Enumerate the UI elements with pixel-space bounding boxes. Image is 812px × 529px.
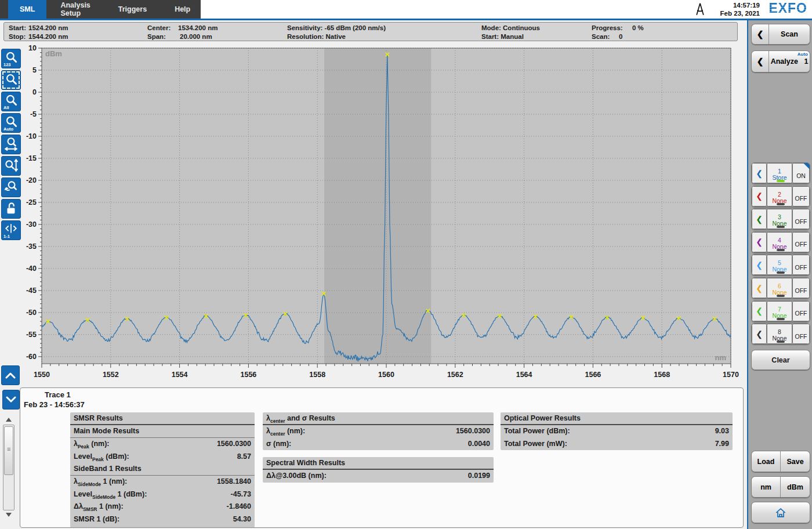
save-button[interactable]: Save [781, 451, 810, 472]
trace-state-label: OFF [793, 331, 809, 340]
tab-analysis-setup[interactable]: Analysis Setup [46, 0, 104, 19]
zoom-numeric-button[interactable]: 123 [1, 49, 21, 68]
x-tick-labels: 1550155215541556155815601562156415661568… [34, 371, 739, 379]
results-table-header: Spectral Width Results [263, 457, 494, 470]
y-tick-label: -15 [26, 154, 37, 162]
trace-4-options-button[interactable]: ❮ [752, 232, 767, 252]
stop-label: Stop: [9, 33, 26, 40]
y-tick-label: 10 [28, 44, 37, 52]
y-tick-label: -50 [26, 309, 37, 317]
zoom-horizontal-button[interactable] [1, 135, 21, 154]
results-scroll-up-icon[interactable] [6, 418, 12, 422]
trace-7-row: ❮7NoneOFF [751, 300, 810, 322]
trace-8-options-button[interactable]: ❮ [752, 324, 767, 344]
analyze-button[interactable]: Auto Analyze 1 [769, 51, 810, 72]
results-scroll-down-icon[interactable] [6, 513, 12, 517]
result-row: ΔλSMSR 1 (nm):-1.8460 [70, 501, 255, 513]
results-panel: Trace 1 Feb 23 - 14:56:37 SMSR ResultsMa… [20, 387, 744, 528]
result-value: 8.57 [237, 452, 251, 462]
trace-7-onoff-button[interactable]: OFF [792, 301, 810, 321]
results-subheader: SideBand 1 Results [70, 463, 255, 476]
x-tick-label: 1558 [309, 371, 325, 379]
trace-6-onoff-button[interactable]: OFF [792, 278, 810, 298]
trace-3-onoff-button[interactable]: OFF [792, 209, 810, 229]
result-label: λSideMode 1 (nm): [74, 477, 127, 487]
trace-state-led [777, 203, 785, 205]
result-row: SMSR 1 (dB):54.30 [70, 513, 255, 526]
result-row: LevelSideMode 1 (dBm):-45.73 [70, 488, 255, 501]
y-tick-label: -25 [26, 198, 37, 206]
x-tick-label: 1552 [103, 371, 119, 379]
result-value: 0.0040 [468, 440, 490, 449]
clock-time: 14:57:19 [720, 1, 760, 9]
active-trace-corner-badge [803, 163, 810, 169]
zoom-auto-button[interactable]: Auto [1, 113, 21, 133]
spectrum-plot[interactable]: 1550155215541556155815601562156415661568… [22, 41, 746, 389]
span-value: 20.000 nm [180, 33, 212, 40]
analyze-number: 1 [804, 57, 808, 66]
analyze-options-button[interactable]: ❮ [752, 51, 769, 72]
zoom-undo-button[interactable] [1, 177, 21, 197]
markers-button[interactable]: 1-1 [1, 220, 21, 240]
trace-1-options-button[interactable]: ❮ [752, 163, 767, 183]
trace-4-row: ❮4NoneOFF [751, 231, 810, 253]
x-unit-button[interactable]: nm [752, 477, 781, 497]
trace-7-options-button[interactable]: ❮ [752, 301, 767, 321]
result-value: -45.73 [231, 490, 251, 499]
span-label: Span: [147, 33, 166, 40]
trace-state-led [777, 271, 785, 274]
scan-options-button[interactable]: ❮ [752, 24, 769, 44]
result-value: 1560.0300 [456, 427, 490, 436]
zoom-horizontal-icon [3, 136, 19, 151]
toolbar-button-sublabel: 123 [3, 62, 11, 67]
trace-3-options-button[interactable]: ❮ [752, 209, 767, 229]
x-tick-label: 1566 [585, 371, 601, 379]
result-value: 1558.1840 [217, 477, 251, 487]
trace-1-row: ❮1StoreON [751, 162, 810, 184]
result-label: SMSR 1 (dB): [74, 515, 119, 524]
result-value: -1.8460 [227, 502, 251, 512]
spectrum-chart[interactable]: 1550155215541556155815601562156415661568… [22, 41, 746, 389]
x-tick-label: 1556 [240, 371, 256, 379]
lock-open-button[interactable] [1, 199, 21, 219]
results-collapse-button[interactable] [2, 390, 20, 410]
trace-state-label: ON [793, 171, 809, 179]
results-scrollbar[interactable] [3, 425, 14, 510]
trace-6-options-button[interactable]: ❮ [752, 278, 767, 298]
tab-sml[interactable]: SML [8, 0, 46, 19]
tab-triggers[interactable]: Triggers [104, 0, 161, 19]
clear-button[interactable]: Clear [751, 350, 810, 370]
optical-power-column: Optical Power ResultsTotal Power (dBm):9… [501, 412, 733, 528]
result-label: Δλ@3.00dB (nm): [266, 472, 327, 481]
y-unit-button[interactable]: dBm [781, 477, 810, 497]
zoom-all-button[interactable]: All [1, 92, 21, 111]
trace-state-led [777, 249, 785, 251]
home-button[interactable] [751, 502, 810, 523]
result-value: 0.0199 [468, 472, 490, 481]
trace-8-onoff-button[interactable]: OFF [792, 324, 810, 344]
result-value: 54.30 [233, 515, 251, 524]
x-tick-label: 1568 [654, 371, 670, 379]
toolbar-button-sublabel: 1-1 [3, 234, 10, 239]
result-row: Total Power (dBm):9.03 [501, 425, 733, 438]
zoom-vertical-button[interactable] [1, 156, 21, 176]
trace-6-row: ❮6NoneOFF [751, 277, 810, 299]
scan-button[interactable]: Scan [769, 24, 810, 44]
trace-state-label: OFF [793, 193, 809, 202]
analyze-auto-badge: Auto [798, 52, 808, 57]
tab-strip: SMLAnalysis SetupTriggersHelp [0, 0, 201, 19]
chart-expand-button[interactable] [1, 365, 20, 385]
trace-state-label: OFF [793, 216, 809, 225]
trace-2-onoff-button[interactable]: OFF [792, 186, 810, 206]
trace-4-onoff-button[interactable]: OFF [792, 232, 810, 252]
load-button[interactable]: Load [752, 451, 781, 472]
result-row: Δλ@3.00dB (nm):0.0199 [263, 470, 494, 483]
trace-5-onoff-button[interactable]: OFF [792, 255, 810, 275]
tab-help[interactable]: Help [161, 0, 204, 19]
zoom-selection-button[interactable] [1, 70, 21, 90]
trace-5-options-button[interactable]: ❮ [752, 255, 767, 275]
trace-2-options-button[interactable]: ❮ [752, 186, 767, 206]
results-scrollbar-thumb[interactable] [4, 426, 13, 475]
result-label: λcenter (nm): [266, 427, 305, 436]
results-table-header: SMSR Results [70, 412, 255, 425]
